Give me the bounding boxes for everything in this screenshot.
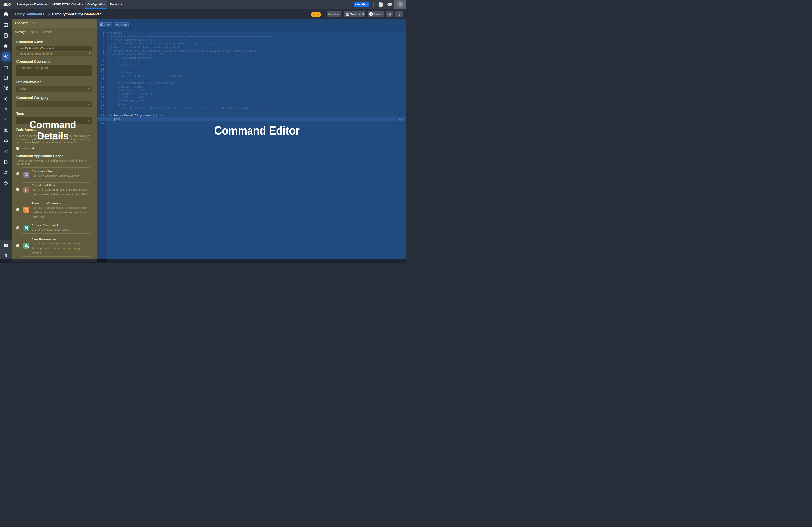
svg-text:D3: D3 [6, 3, 11, 6]
